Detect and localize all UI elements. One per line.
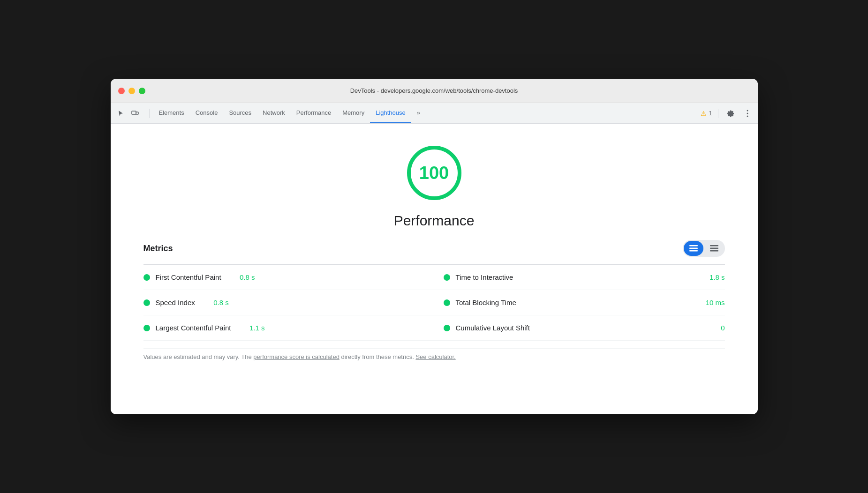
devtools-tabs: Elements Console Sources Network Perform… bbox=[153, 103, 699, 123]
metric-name-tti: Time to Interactive bbox=[456, 273, 513, 281]
metric-dot-tbt bbox=[444, 299, 450, 306]
title-bar: DevTools - developers.google.com/web/too… bbox=[111, 79, 758, 103]
metric-value-tti: 1.8 s bbox=[697, 273, 725, 281]
maximize-button[interactable] bbox=[139, 88, 145, 94]
traffic-lights bbox=[118, 88, 145, 94]
warning-icon: ⚠ bbox=[701, 110, 707, 117]
metric-name-si: Speed Index bbox=[156, 299, 195, 306]
tab-network[interactable]: Network bbox=[257, 103, 291, 123]
svg-rect-0 bbox=[132, 111, 136, 114]
metric-left-3: Largest Contentful Paint 1.1 s bbox=[143, 324, 425, 332]
close-button[interactable] bbox=[118, 88, 125, 94]
metric-value-si: 0.8 s bbox=[201, 299, 229, 306]
calculator-link[interactable]: See calculator. bbox=[415, 353, 455, 360]
svg-rect-7 bbox=[689, 245, 698, 246]
tab-sources[interactable]: Sources bbox=[223, 103, 257, 123]
metric-value-fcp: 0.8 s bbox=[227, 273, 255, 281]
metric-value-tbt: 10 ms bbox=[697, 299, 725, 306]
toolbar-divider-2 bbox=[718, 109, 718, 118]
metric-value-cls: 0 bbox=[697, 324, 725, 332]
svg-rect-11 bbox=[710, 248, 718, 249]
metric-left-1: First Contentful Paint 0.8 s bbox=[143, 273, 425, 281]
metric-right-2: Total Blocking Time 10 ms bbox=[425, 299, 725, 306]
tab-console[interactable]: Console bbox=[190, 103, 224, 123]
metric-value-lcp: 1.1 s bbox=[236, 324, 264, 332]
tab-more[interactable]: » bbox=[411, 103, 426, 123]
metrics-section: Metrics bbox=[143, 240, 725, 366]
svg-rect-12 bbox=[710, 250, 718, 252]
settings-button[interactable] bbox=[724, 107, 737, 120]
svg-point-3 bbox=[747, 112, 748, 114]
metric-row-3: Largest Contentful Paint 1.1 s Cumulativ… bbox=[143, 315, 725, 341]
metric-dot-fcp bbox=[143, 274, 150, 281]
devtools-toolbar: Elements Console Sources Network Perform… bbox=[111, 103, 758, 124]
toolbar-icons bbox=[114, 107, 142, 120]
more-options-button[interactable] bbox=[741, 107, 754, 120]
metric-dot-cls bbox=[444, 325, 450, 331]
browser-window: DevTools - developers.google.com/web/too… bbox=[111, 79, 758, 414]
warning-badge[interactable]: ⚠ 1 bbox=[701, 110, 712, 117]
view-toggle bbox=[683, 240, 725, 257]
device-toggle-button[interactable] bbox=[128, 107, 142, 120]
metric-name-lcp: Largest Contentful Paint bbox=[156, 324, 231, 332]
score-value: 100 bbox=[419, 163, 449, 183]
score-label: Performance bbox=[394, 213, 475, 229]
tab-elements[interactable]: Elements bbox=[153, 103, 190, 123]
metric-right-1: Time to Interactive 1.8 s bbox=[425, 273, 725, 281]
window-title: DevTools - developers.google.com/web/too… bbox=[350, 87, 518, 94]
list-view-button[interactable] bbox=[704, 241, 724, 256]
toolbar-right: ⚠ 1 bbox=[701, 107, 754, 120]
metric-name-tbt: Total Blocking Time bbox=[456, 299, 516, 306]
performance-score-link[interactable]: performance score is calculated bbox=[253, 353, 340, 360]
svg-rect-8 bbox=[689, 248, 698, 249]
metric-name-fcp: First Contentful Paint bbox=[156, 273, 221, 281]
metric-dot-si bbox=[143, 299, 150, 306]
tab-lighthouse[interactable]: Lighthouse bbox=[370, 103, 411, 123]
metric-left-2: Speed Index 0.8 s bbox=[143, 299, 425, 306]
metric-dot-tti bbox=[444, 274, 450, 281]
score-circle: 100 bbox=[404, 142, 465, 203]
metrics-title: Metrics bbox=[143, 244, 173, 254]
devtools-content: 100 Performance Metrics bbox=[111, 124, 758, 414]
svg-rect-1 bbox=[136, 112, 138, 114]
metric-dot-lcp bbox=[143, 325, 150, 331]
cursor-icon-button[interactable] bbox=[114, 107, 128, 120]
tab-memory[interactable]: Memory bbox=[337, 103, 370, 123]
tab-performance[interactable]: Performance bbox=[291, 103, 337, 123]
svg-rect-9 bbox=[689, 250, 698, 252]
metric-right-3: Cumulative Layout Shift 0 bbox=[425, 324, 725, 332]
svg-rect-10 bbox=[710, 245, 718, 246]
metrics-header: Metrics bbox=[143, 240, 725, 257]
svg-point-4 bbox=[747, 115, 748, 117]
toolbar-divider-1 bbox=[149, 109, 150, 118]
metric-row-2: Speed Index 0.8 s Total Blocking Time 10… bbox=[143, 290, 725, 315]
metrics-footer: Values are estimated and may vary. The p… bbox=[143, 348, 725, 366]
minimize-button[interactable] bbox=[128, 88, 135, 94]
metric-row-1: First Contentful Paint 0.8 s Time to Int… bbox=[143, 265, 725, 290]
score-container: 100 Performance bbox=[394, 142, 475, 229]
metrics-grid: First Contentful Paint 0.8 s Time to Int… bbox=[143, 265, 725, 341]
bar-view-button[interactable] bbox=[684, 241, 703, 256]
svg-point-2 bbox=[747, 110, 748, 111]
metric-name-cls: Cumulative Layout Shift bbox=[456, 324, 530, 332]
